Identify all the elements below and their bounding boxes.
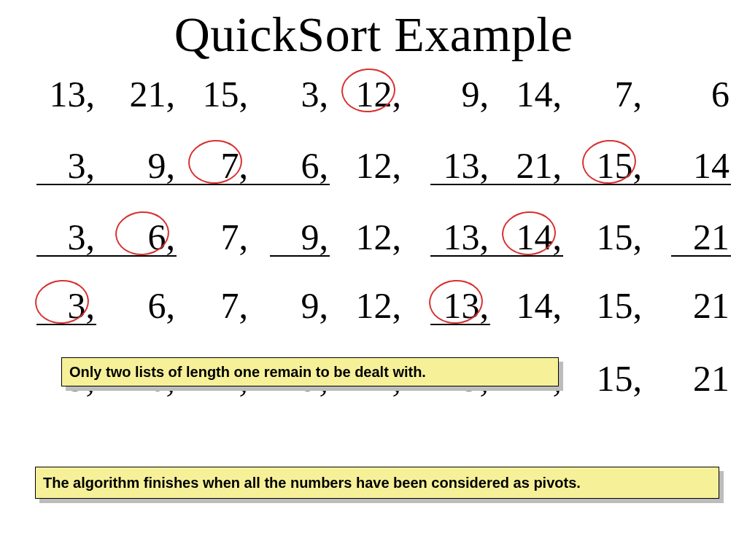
number-cell: 14, [489,216,563,258]
number-cell: 6 [657,73,731,115]
number-cell: 21, [489,144,563,187]
number-cell: 15, [569,216,643,258]
number-cell: 3, [22,216,96,258]
number-cell: 7, [175,216,249,258]
number-cell: 3, [22,284,96,327]
note-mid-text: Only two lists of length one remain to b… [69,364,426,381]
number-cell: 13, [416,284,490,327]
number-cell: 9, [416,73,490,115]
number-cell: 12, [328,216,403,258]
number-cell: 3, [22,144,96,187]
number-cell: 12, [328,284,403,327]
number-cell: 21 [657,357,731,400]
number-cell: 21 [657,216,731,258]
number-cell: 9, [102,144,177,187]
number-cell: 12, [328,144,403,187]
underline [430,324,490,325]
number-cell: 13, [416,144,490,187]
slide: QuickSort Example 13,21,15,3,12,9,14,7,6… [0,0,747,560]
underline [671,255,731,257]
underline [270,255,330,257]
number-cell: 9, [255,284,330,327]
number-cell: 21, [102,73,177,115]
number-cell: 6, [102,216,177,258]
number-cell: 7, [175,284,249,327]
number-cell: 14, [489,284,563,327]
underline [430,255,563,257]
number-cell: 21 [657,284,731,327]
number-cell: 12, [328,73,403,115]
number-cell: 3, [255,73,330,115]
number-cell: 6, [255,144,330,187]
number-cell: 7, [175,144,249,187]
number-cell: 13, [22,73,96,115]
note-mid: Only two lists of length one remain to b… [61,357,559,386]
number-cell: 6, [102,284,177,327]
number-cell: 15, [569,144,643,187]
number-cell: 14 [657,144,731,187]
note-bottom: The algorithm finishes when all the numb… [35,467,719,499]
number-cell: 15, [175,73,249,115]
number-cell: 13, [416,216,490,258]
number-cell: 7, [569,73,643,115]
page-title: QuickSort Example [0,6,747,63]
underline [36,324,96,325]
number-cell: 14, [489,73,563,115]
number-cell: 15, [569,284,643,327]
underline [36,184,330,185]
number-cell: 9, [255,216,330,258]
note-bottom-text: The algorithm finishes when all the numb… [43,475,581,491]
number-cell: 15, [569,357,643,400]
underline [430,184,731,185]
underline [36,255,177,257]
